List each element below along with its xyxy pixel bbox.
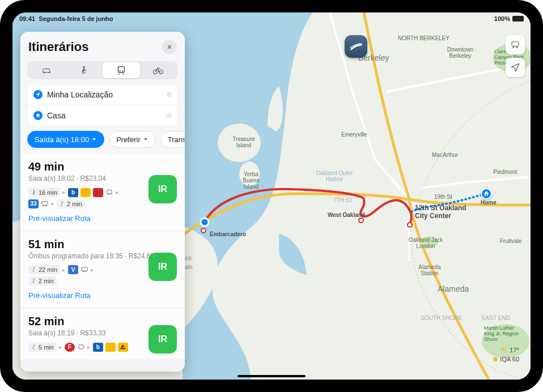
svg-point-25 [154, 70, 158, 74]
directions-panel: Itinerários Minha Localização ≡ [20, 32, 185, 372]
svg-point-19 [44, 72, 45, 74]
svg-point-38 [85, 271, 86, 272]
home-icon [33, 111, 43, 120]
svg-point-40 [33, 344, 35, 346]
weather-temp: 17° [510, 347, 519, 353]
arrow-icon: ▸ [62, 266, 66, 274]
svg-point-33 [45, 205, 46, 206]
line-badge-f: F [65, 343, 75, 352]
svg-point-10 [502, 348, 505, 351]
walk-duration: 5 min [39, 344, 54, 351]
tram-icon [77, 343, 85, 351]
walk-step: 2 min [57, 199, 85, 208]
arrow-icon: ▸ [116, 189, 119, 196]
close-button[interactable] [162, 40, 177, 54]
walk-step: 5 min [28, 343, 57, 352]
svg-point-20 [49, 72, 50, 74]
mode-walk[interactable] [66, 62, 103, 78]
svg-rect-41 [79, 344, 83, 349]
arrow-icon: ▸ [87, 343, 91, 351]
home-indicator[interactable] [237, 375, 306, 377]
arrow-icon: ▸ [59, 343, 62, 351]
route-card[interactable]: 49 min Saia à(s) 18:02 · R$23,04 16 min … [20, 154, 185, 231]
bus-line-badge: 33 [28, 199, 39, 208]
preview-route-link[interactable]: Pré-visualizar Rota [28, 214, 177, 223]
route-endpoints: Minha Localização ≡ Casa ≡ [27, 84, 178, 126]
line-badge-v: V [68, 265, 78, 274]
battery-icon [512, 16, 524, 22]
warning-icon: ⚠ [118, 343, 128, 352]
weather-chip[interactable]: 17° IQA 60 [493, 346, 519, 363]
svg-point-32 [43, 205, 44, 206]
svg-point-5 [420, 236, 438, 248]
bart-badge: b [93, 343, 103, 352]
svg-point-2 [239, 161, 260, 186]
to-row[interactable]: Casa ≡ [28, 105, 177, 126]
go-button[interactable]: IR [149, 175, 177, 203]
chevron-down-icon [143, 137, 149, 142]
arrow-icon: ▸ [51, 200, 54, 207]
mode-drive[interactable] [28, 62, 66, 78]
svg-point-6 [201, 218, 209, 226]
svg-rect-28 [107, 190, 112, 194]
sun-icon [499, 346, 507, 355]
route-card[interactable]: 51 min Ônibus programado para 18:35 · R$… [20, 231, 185, 309]
reorder-handle-icon[interactable]: ≡ [167, 110, 172, 121]
map-mode-button[interactable] [506, 35, 525, 54]
route-results[interactable]: 49 min Saia à(s) 18:02 · R$23,04 16 min … [20, 154, 185, 372]
walk-duration: 16 min [39, 189, 57, 196]
walk-duration: 2 min [39, 278, 54, 284]
svg-point-9 [516, 46, 518, 48]
transit-pill[interactable]: Transit C [160, 131, 185, 148]
route-card[interactable]: 52 min Saia à(s) 18:19 · R$33,33 5 min ▸… [20, 308, 185, 360]
prefer-pill[interactable]: Preferir [109, 131, 156, 148]
battery-percent: 100% [494, 15, 510, 22]
preview-route-link[interactable]: Pré-visualizar Rota [28, 291, 177, 300]
go-button[interactable]: IR [149, 325, 177, 353]
line-badge-red [93, 188, 103, 197]
walk-icon [31, 189, 37, 196]
from-label: Minha Localização [47, 90, 113, 99]
walk-duration: 2 min [67, 201, 82, 207]
svg-point-21 [83, 66, 85, 68]
svg-point-1 [218, 123, 261, 162]
status-bar: 09:41 Segunda-feira 5 de junho 100% [12, 12, 531, 24]
walk-icon [31, 278, 37, 284]
svg-line-18 [501, 351, 502, 352]
route-node-12th-st [407, 222, 413, 228]
svg-line-17 [505, 347, 506, 348]
go-button[interactable]: IR [149, 253, 177, 281]
locate-me-button[interactable] [506, 58, 525, 77]
svg-point-24 [122, 70, 123, 71]
svg-point-34 [62, 201, 63, 202]
reorder-handle-icon[interactable]: ≡ [167, 90, 172, 100]
svg-point-23 [119, 70, 120, 71]
chevron-down-icon [91, 137, 97, 142]
status-time: 09:41 [19, 15, 35, 22]
svg-rect-22 [118, 67, 124, 73]
route-duration: 51 min [28, 238, 177, 251]
transport-mode-segmented[interactable] [27, 61, 178, 79]
route-start-embarcadero [201, 228, 206, 233]
amtrak-badge[interactable] [345, 35, 367, 58]
bus-icon [80, 266, 88, 273]
arrow-icon: ▸ [91, 266, 94, 274]
route-duration: 49 min [28, 160, 177, 173]
walk-icon [60, 201, 65, 207]
svg-point-37 [83, 271, 84, 272]
walk-icon [31, 266, 37, 273]
destination-pin-home[interactable] [481, 188, 492, 199]
aqi-dot-icon [493, 357, 498, 361]
svg-point-39 [33, 279, 35, 280]
mode-transit[interactable] [103, 62, 140, 78]
depart-time-pill[interactable]: Saída à(s) 18:00 [27, 131, 104, 148]
route-node-west-oakland [358, 218, 364, 223]
train-icon [105, 189, 113, 197]
svg-point-29 [108, 193, 109, 194]
svg-point-35 [33, 267, 35, 269]
walk-step: 2 min [28, 276, 57, 286]
mode-cycle[interactable] [140, 62, 177, 78]
to-label: Casa [47, 111, 66, 120]
walk-step: 16 min [28, 188, 60, 197]
from-row[interactable]: Minha Localização ≡ [28, 84, 177, 105]
